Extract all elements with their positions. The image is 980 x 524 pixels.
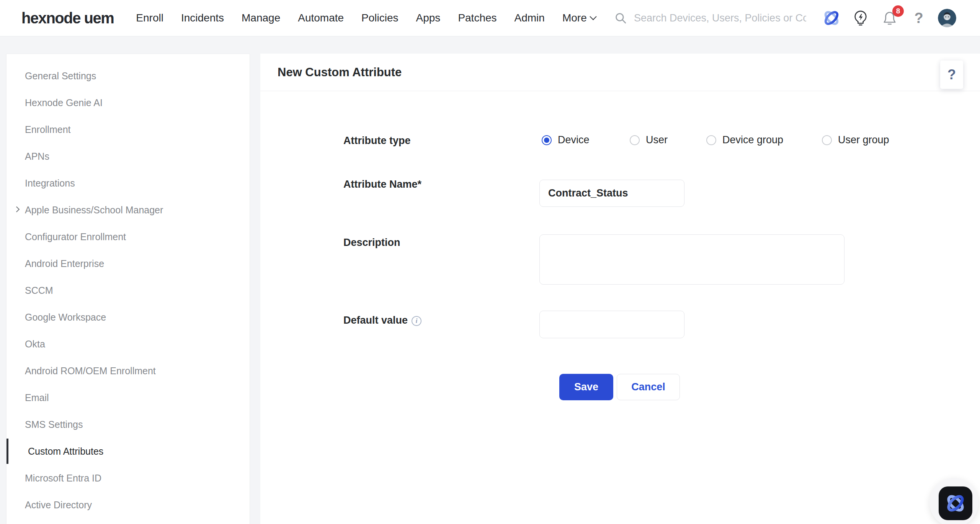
sidebar-item-label: Enrollment <box>25 124 71 135</box>
radio-label: Device <box>558 134 590 146</box>
radio-circle-icon <box>630 135 640 145</box>
main-panel: New Custom Attribute ? Attribute type De… <box>260 54 980 524</box>
topbar-icons: 8 ? <box>822 8 956 28</box>
nav-item-admin[interactable]: Admin <box>514 12 545 24</box>
default-value-label: Default value i <box>343 314 421 326</box>
sidebar-item-active-directory[interactable]: Active Directory <box>7 491 250 518</box>
sidebar-item-google-workspace[interactable]: Google Workspace <box>7 304 250 331</box>
save-button[interactable]: Save <box>559 374 613 400</box>
nav-item-manage[interactable]: Manage <box>242 12 280 24</box>
radio-label: Device group <box>722 134 783 146</box>
sidebar-item-label: Configurator Enrollment <box>25 231 126 242</box>
description-label: Description <box>343 237 400 249</box>
sidebar-item-apple-business-school-manager[interactable]: Apple Business/School Manager <box>7 196 250 223</box>
settings-sidebar: General SettingsHexnode Genie AIEnrollme… <box>6 54 250 524</box>
nav-item-incidents[interactable]: Incidents <box>181 12 224 24</box>
sidebar-item-label: Email <box>25 392 49 403</box>
radio-user-group[interactable]: User group <box>822 134 889 146</box>
sidebar-item-general-settings[interactable]: General Settings <box>7 62 250 89</box>
sidebar-item-label: Integrations <box>25 178 75 189</box>
sidebar-item-label: SMS Settings <box>25 419 83 430</box>
notifications-bell-icon[interactable]: 8 <box>880 8 900 28</box>
radio-label: User group <box>838 134 889 146</box>
nav-item-more[interactable]: More <box>562 12 596 24</box>
radio-user[interactable]: User <box>630 134 668 146</box>
radio-circle-icon <box>706 135 716 145</box>
sidebar-item-apns[interactable]: APNs <box>7 143 250 170</box>
sidebar-item-okta[interactable]: Okta <box>7 331 250 357</box>
sidebar-item-label: Microsoft Entra ID <box>25 473 101 484</box>
sidebar-item-label: Okta <box>25 339 45 350</box>
hexnode-logo[interactable]: hexnode uem <box>21 10 114 27</box>
default-value-input[interactable] <box>539 311 684 338</box>
page-help-button[interactable]: ? <box>940 61 963 89</box>
radio-circle-icon <box>542 135 552 145</box>
sidebar-item-label: Active Directory <box>25 499 92 511</box>
sidebar-item-label: Google Workspace <box>25 312 106 323</box>
attribute-type-radio-group: DeviceUserDevice groupUser group <box>260 134 980 149</box>
radio-device-group[interactable]: Device group <box>706 134 783 146</box>
nav-item-policies[interactable]: Policies <box>361 12 398 24</box>
page-help-glyph: ? <box>947 67 956 83</box>
sidebar-item-android-enterprise[interactable]: Android Enterprise <box>7 250 250 277</box>
notification-badge: 8 <box>892 5 904 17</box>
radio-label: User <box>646 134 668 146</box>
chevron-right-icon <box>14 206 20 213</box>
sidebar-item-label: SCCM <box>25 285 53 296</box>
sidebar-item-label: General Settings <box>25 70 96 82</box>
whats-new-bulb-icon[interactable] <box>851 8 871 28</box>
info-icon[interactable]: i <box>412 316 421 326</box>
hexnode-genie-fab[interactable] <box>939 486 972 520</box>
page-title: New Custom Attribute <box>278 66 402 79</box>
sidebar-item-custom-attributes[interactable]: Custom Attributes <box>7 438 250 465</box>
radio-device[interactable]: Device <box>542 134 590 146</box>
sidebar-item-configurator-enrollment[interactable]: Configurator Enrollment <box>7 223 250 250</box>
page-header: New Custom Attribute ? <box>260 54 980 91</box>
sidebar-item-label: Hexnode Genie AI <box>25 97 103 108</box>
sidebar-item-sccm[interactable]: SCCM <box>7 277 250 304</box>
sidebar-item-label: Android Enterprise <box>25 258 104 269</box>
sidebar-item-label: Custom Attributes <box>28 446 103 457</box>
description-textarea[interactable] <box>539 234 844 285</box>
top-nav: EnrollIncidentsManageAutomatePoliciesApp… <box>136 12 595 24</box>
attribute-name-input[interactable] <box>539 180 684 207</box>
sidebar-item-label: Android ROM/OEM Enrollment <box>25 365 156 377</box>
sidebar-item-android-rom-oem-enrollment[interactable]: Android ROM/OEM Enrollment <box>7 357 250 384</box>
sidebar-item-label: APNs <box>25 151 49 162</box>
sidebar-item-hexnode-genie-ai[interactable]: Hexnode Genie AI <box>7 89 250 116</box>
sidebar-item-microsoft-entra-id[interactable]: Microsoft Entra ID <box>7 465 250 491</box>
sidebar-item-email[interactable]: Email <box>7 384 250 411</box>
hexnode-uem-app: hexnode uem EnrollIncidentsManageAutomat… <box>0 0 980 524</box>
hexnode-genie-icon <box>945 493 966 514</box>
nav-item-patches[interactable]: Patches <box>458 12 497 24</box>
help-question-icon[interactable]: ? <box>909 8 929 28</box>
chevron-down-icon <box>590 13 596 20</box>
search-input[interactable] <box>634 12 806 24</box>
radio-circle-icon <box>822 135 832 145</box>
sidebar-item-sms-settings[interactable]: SMS Settings <box>7 411 250 438</box>
global-search <box>614 11 806 25</box>
topbar: hexnode uem EnrollIncidentsManageAutomat… <box>0 0 980 36</box>
attribute-name-label: Attribute Name* <box>343 178 421 190</box>
nav-item-apps[interactable]: Apps <box>416 12 441 24</box>
search-icon <box>614 11 627 25</box>
user-avatar[interactable] <box>938 9 956 27</box>
hexnode-genie-icon[interactable] <box>822 8 841 28</box>
sidebar-item-label: Apple Business/School Manager <box>25 205 163 216</box>
nav-item-automate[interactable]: Automate <box>298 12 344 24</box>
sidebar-item-enrollment[interactable]: Enrollment <box>7 116 250 143</box>
nav-item-enroll[interactable]: Enroll <box>136 12 163 24</box>
sidebar-item-integrations[interactable]: Integrations <box>7 170 250 196</box>
cancel-button[interactable]: Cancel <box>617 374 680 400</box>
